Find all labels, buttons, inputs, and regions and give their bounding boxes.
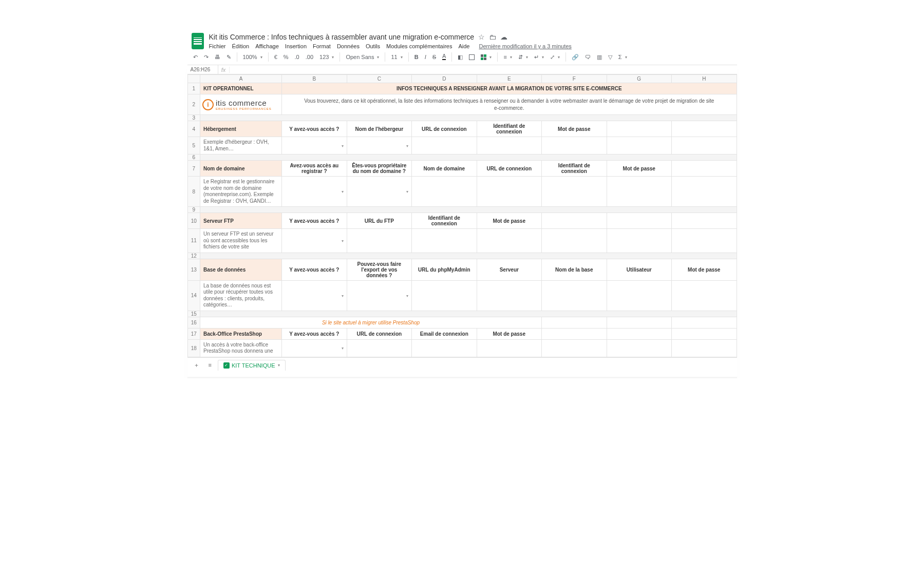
filter-button[interactable]: ▽ bbox=[607, 53, 614, 62]
menu-affichage[interactable]: Affichage bbox=[255, 43, 279, 49]
sheet-tab-kit-technique[interactable]: ✓ KIT TECHNIQUE bbox=[218, 360, 286, 371]
currency-button[interactable]: € bbox=[273, 53, 279, 61]
menu-outils[interactable]: Outils bbox=[366, 43, 380, 49]
cell-E4[interactable]: Identifiant de connexion bbox=[477, 121, 541, 137]
cell-F11[interactable] bbox=[542, 229, 607, 253]
cell-C14-dropdown[interactable] bbox=[347, 280, 411, 311]
italic-button[interactable]: I bbox=[423, 53, 428, 61]
insert-link-button[interactable]: 🔗 bbox=[570, 53, 580, 62]
decrease-decimal-button[interactable]: .0 bbox=[293, 53, 301, 61]
all-sheets-button[interactable]: ≡ bbox=[205, 361, 215, 369]
print-button[interactable]: 🖶 bbox=[213, 53, 222, 61]
insert-chart-button[interactable]: ▥ bbox=[595, 53, 604, 62]
name-box[interactable]: A26:H26 bbox=[187, 65, 218, 74]
cell-F17[interactable] bbox=[542, 328, 607, 339]
cell-D13[interactable]: URL du phpMyAdmin bbox=[412, 259, 477, 280]
row-header[interactable]: 1 bbox=[187, 83, 200, 94]
row-header[interactable]: 5 bbox=[187, 137, 200, 155]
cell-A5[interactable]: Exemple d'hébergeur : OVH, 1&1, Amen… bbox=[200, 137, 281, 155]
cell-D11[interactable] bbox=[412, 229, 477, 253]
cell-H11[interactable] bbox=[672, 229, 737, 253]
last-modified-link[interactable]: Dernière modification il y a 3 minutes bbox=[479, 43, 571, 49]
cell-G8[interactable] bbox=[607, 177, 671, 207]
cell-row15[interactable] bbox=[200, 311, 737, 317]
cell-E13[interactable]: Serveur bbox=[477, 259, 541, 280]
cell-E11[interactable] bbox=[477, 229, 541, 253]
cell-E18[interactable] bbox=[477, 339, 541, 357]
cell-E8[interactable] bbox=[477, 177, 541, 207]
cell-F10[interactable] bbox=[542, 213, 607, 229]
cell-C18[interactable] bbox=[347, 339, 411, 357]
cell-C7[interactable]: Êtes-vous propriétaire du nom de domaine… bbox=[347, 161, 411, 177]
insert-comment-button[interactable]: 🗨 bbox=[583, 53, 592, 61]
select-all-corner[interactable] bbox=[187, 75, 200, 83]
cell-intro-text[interactable]: Vous trouverez, dans ce kit opérationnel… bbox=[282, 94, 737, 115]
sheets-logo-icon[interactable] bbox=[192, 33, 204, 49]
cell-A14[interactable]: La base de données nous est utile pour r… bbox=[200, 280, 281, 311]
menu-aide[interactable]: Aide bbox=[458, 43, 469, 49]
row-header[interactable]: 8 bbox=[187, 177, 200, 207]
percent-button[interactable]: % bbox=[282, 53, 290, 61]
row-header[interactable]: 13 bbox=[187, 259, 200, 280]
cell-C4[interactable]: Nom de l'hébergeur bbox=[347, 121, 411, 137]
cell-H17[interactable] bbox=[672, 328, 737, 339]
cell-F13[interactable]: Nom de la base bbox=[542, 259, 607, 280]
row-header[interactable]: 7 bbox=[187, 161, 200, 177]
menu-fichier[interactable]: Fichier bbox=[209, 43, 226, 49]
text-color-button[interactable]: A bbox=[441, 53, 447, 61]
cell-A4[interactable]: Hébergement bbox=[200, 121, 281, 137]
cell-row9[interactable] bbox=[200, 207, 737, 213]
cell-B8-dropdown[interactable] bbox=[282, 177, 347, 207]
menu-insertion[interactable]: Insertion bbox=[285, 43, 307, 49]
menu-donnees[interactable]: Données bbox=[337, 43, 360, 49]
cell-C5-dropdown[interactable] bbox=[347, 137, 411, 155]
font-size-select[interactable]: 11 bbox=[389, 53, 404, 61]
cell-A13[interactable]: Base de données bbox=[200, 259, 281, 280]
cell-F7[interactable]: Identifiant de connexion bbox=[542, 161, 607, 177]
cell-row12[interactable] bbox=[200, 253, 737, 259]
menu-edition[interactable]: Édition bbox=[232, 43, 250, 49]
cell-E17[interactable]: Mot de passe bbox=[477, 328, 541, 339]
cell-A2-logo[interactable]: i itis commerce EBUSINESS PERFORMANCES bbox=[200, 94, 281, 115]
cell-H18[interactable] bbox=[672, 339, 737, 357]
col-header-E[interactable]: E bbox=[477, 75, 541, 83]
cell-B10[interactable]: Y avez-vous accès ? bbox=[282, 213, 347, 229]
cell-H5[interactable] bbox=[672, 137, 737, 155]
cell-E14[interactable] bbox=[477, 280, 541, 311]
row-header[interactable]: 14 bbox=[187, 280, 200, 311]
cell-C11[interactable] bbox=[347, 229, 411, 253]
cell-row3[interactable] bbox=[200, 115, 737, 121]
cell-D17[interactable]: Email de connexion bbox=[412, 328, 477, 339]
cell-F14[interactable] bbox=[542, 280, 607, 311]
cell-D14[interactable] bbox=[412, 280, 477, 311]
cell-C17[interactable]: URL de connexion bbox=[347, 328, 411, 339]
col-header-A[interactable]: A bbox=[200, 75, 281, 83]
cell-E7[interactable]: URL de connexion bbox=[477, 161, 541, 177]
cell-A1[interactable]: KIT OPERATIONNEL bbox=[200, 83, 281, 94]
row-header[interactable]: 2 bbox=[187, 94, 200, 115]
cell-G16[interactable] bbox=[607, 317, 671, 328]
cell-D10[interactable]: Identifiant de connexion bbox=[412, 213, 477, 229]
increase-decimal-button[interactable]: .00 bbox=[304, 53, 315, 61]
cell-G13[interactable]: Utilisateur bbox=[607, 259, 671, 280]
row-header[interactable]: 17 bbox=[187, 328, 200, 339]
merge-cells-button[interactable] bbox=[479, 53, 493, 61]
cell-A7[interactable]: Nom de domaine bbox=[200, 161, 281, 177]
row-header[interactable]: 4 bbox=[187, 121, 200, 137]
more-formats-button[interactable]: 123 bbox=[318, 53, 335, 61]
fill-color-button[interactable]: ◧ bbox=[456, 53, 464, 62]
row-header[interactable]: 11 bbox=[187, 229, 200, 253]
cell-B17[interactable]: Y avez-vous accès ? bbox=[282, 328, 347, 339]
cell-D18[interactable] bbox=[412, 339, 477, 357]
col-header-H[interactable]: H bbox=[672, 75, 737, 83]
add-sheet-button[interactable]: ＋ bbox=[191, 360, 202, 370]
cell-F18[interactable] bbox=[542, 339, 607, 357]
row-header[interactable]: 3 bbox=[187, 115, 200, 121]
cell-D8[interactable] bbox=[412, 177, 477, 207]
cell-A10[interactable]: Serveur FTP bbox=[200, 213, 281, 229]
row-header[interactable]: 10 bbox=[187, 213, 200, 229]
cell-prestashop-note[interactable]: Si le site actuel à migrer utilise Prest… bbox=[200, 317, 541, 328]
cell-A17[interactable]: Back-Office PrestaShop bbox=[200, 328, 281, 339]
cell-B5-dropdown[interactable] bbox=[282, 137, 347, 155]
text-wrap-button[interactable]: ↵ bbox=[533, 53, 545, 62]
